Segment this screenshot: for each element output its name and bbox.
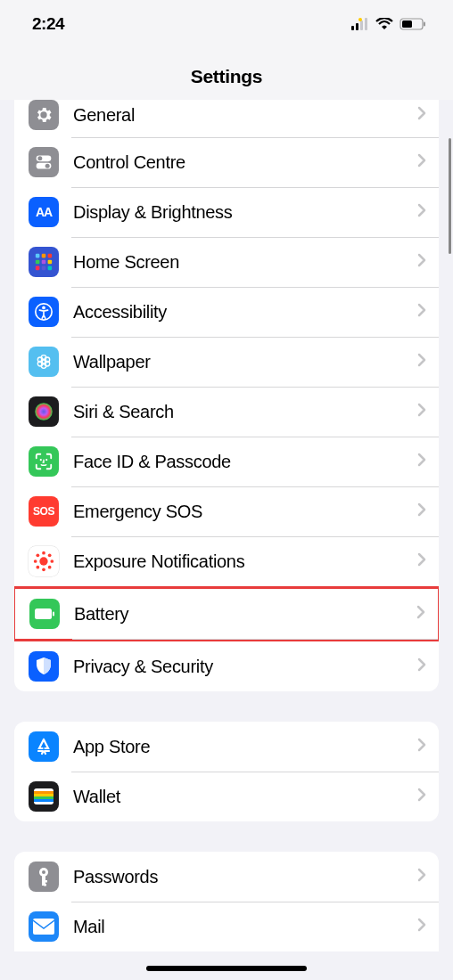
row-label: Control Centre <box>73 152 417 173</box>
svg-rect-3 <box>365 18 367 30</box>
exposure-notifications-icon <box>29 546 59 576</box>
home-indicator[interactable] <box>146 966 307 971</box>
row-home-screen[interactable]: Home Screen <box>14 237 439 287</box>
row-label: Exposure Notifications <box>73 551 417 572</box>
svg-rect-15 <box>36 260 40 265</box>
svg-rect-2 <box>360 20 363 30</box>
status-icons <box>351 18 426 30</box>
chevron-right-icon <box>417 502 426 520</box>
row-display-brightness[interactable]: AADisplay & Brightness <box>14 187 439 237</box>
row-control-centre[interactable]: Control Centre <box>14 137 439 187</box>
svg-point-41 <box>48 566 52 569</box>
svg-point-33 <box>39 557 47 565</box>
chevron-right-icon <box>417 552 426 570</box>
chevron-right-icon <box>417 353 426 371</box>
svg-point-37 <box>50 559 54 563</box>
siri-search-icon <box>29 396 59 427</box>
row-privacy-security[interactable]: Privacy & Security <box>14 641 439 691</box>
app-store-icon <box>29 731 59 762</box>
row-wallpaper[interactable]: Wallpaper <box>14 337 439 387</box>
chevron-right-icon <box>417 203 426 221</box>
passwords-icon <box>29 862 59 892</box>
svg-point-39 <box>48 553 52 557</box>
row-mail[interactable]: Mail <box>14 902 439 951</box>
row-label: Passwords <box>73 867 417 887</box>
row-battery[interactable]: Battery <box>14 586 439 641</box>
chevron-right-icon <box>417 403 426 421</box>
chevron-right-icon <box>417 453 426 470</box>
svg-rect-42 <box>35 608 52 619</box>
settings-header: Settings <box>0 48 453 100</box>
chevron-right-icon <box>417 657 426 675</box>
svg-rect-0 <box>351 26 354 30</box>
wallet-icon <box>29 781 59 812</box>
settings-content[interactable]: GeneralControl CentreAADisplay & Brightn… <box>0 100 453 980</box>
mail-icon <box>29 911 59 942</box>
svg-rect-16 <box>42 260 46 265</box>
row-label: Display & Brightness <box>73 202 417 223</box>
svg-rect-20 <box>48 266 53 271</box>
status-bar: 2:24 <box>0 0 453 48</box>
row-exposure-notifications[interactable]: Exposure Notifications <box>14 536 439 586</box>
svg-rect-48 <box>34 799 54 802</box>
svg-point-9 <box>37 156 42 160</box>
control-centre-icon <box>29 147 59 177</box>
svg-rect-18 <box>36 266 40 271</box>
svg-rect-7 <box>424 22 425 27</box>
row-app-store[interactable]: App Store <box>14 722 439 772</box>
svg-rect-6 <box>402 20 412 28</box>
svg-rect-43 <box>53 612 54 617</box>
svg-rect-13 <box>42 254 46 258</box>
status-time: 2:24 <box>32 14 64 34</box>
page-title: Settings <box>0 66 453 87</box>
svg-point-31 <box>40 459 42 461</box>
home-screen-icon <box>29 247 59 277</box>
svg-point-22 <box>42 306 45 310</box>
scrollbar[interactable] <box>449 138 451 254</box>
row-label: Siri & Search <box>73 402 417 422</box>
row-label: Privacy & Security <box>73 657 417 677</box>
svg-rect-19 <box>42 266 46 271</box>
svg-point-50 <box>42 870 45 874</box>
row-siri-search[interactable]: Siri & Search <box>14 387 439 437</box>
battery-icon <box>29 599 60 629</box>
chevron-right-icon <box>417 918 426 935</box>
svg-rect-46 <box>34 794 54 796</box>
wifi-icon <box>375 18 393 30</box>
row-face-id-passcode[interactable]: Face ID & Passcode <box>14 437 439 486</box>
chevron-right-icon <box>417 303 426 321</box>
svg-rect-14 <box>48 254 53 258</box>
row-label: Face ID & Passcode <box>73 452 417 472</box>
row-passwords[interactable]: Passwords <box>14 852 439 902</box>
display-brightness-icon: AA <box>29 197 59 227</box>
chevron-right-icon <box>416 605 425 623</box>
chevron-right-icon <box>417 738 426 755</box>
svg-point-32 <box>45 459 47 461</box>
row-accessibility[interactable]: Accessibility <box>14 287 439 337</box>
svg-point-34 <box>42 551 45 555</box>
svg-rect-12 <box>36 254 40 258</box>
chevron-right-icon <box>417 868 426 886</box>
settings-group: GeneralControl CentreAADisplay & Brightn… <box>14 100 439 691</box>
svg-point-30 <box>35 403 53 421</box>
settings-group: App StoreWallet <box>14 722 439 821</box>
emergency-sos-icon: SOS <box>29 496 59 527</box>
row-label: Accessibility <box>73 302 417 323</box>
svg-rect-17 <box>48 260 53 265</box>
settings-group: PasswordsMail <box>14 852 439 951</box>
accessibility-icon <box>29 297 59 327</box>
battery-icon <box>399 18 426 30</box>
row-general[interactable]: General <box>14 100 439 137</box>
row-label: Wallet <box>73 787 417 807</box>
svg-point-36 <box>34 559 37 563</box>
privacy-security-icon <box>29 651 59 682</box>
row-wallet[interactable]: Wallet <box>14 772 439 821</box>
svg-point-38 <box>36 553 39 557</box>
svg-point-35 <box>42 568 45 571</box>
svg-point-11 <box>45 164 50 168</box>
row-emergency-sos[interactable]: SOSEmergency SOS <box>14 486 439 536</box>
svg-rect-52 <box>44 880 47 883</box>
row-label: Emergency SOS <box>73 502 417 522</box>
svg-point-40 <box>36 566 39 569</box>
cellular-icon <box>351 18 369 30</box>
